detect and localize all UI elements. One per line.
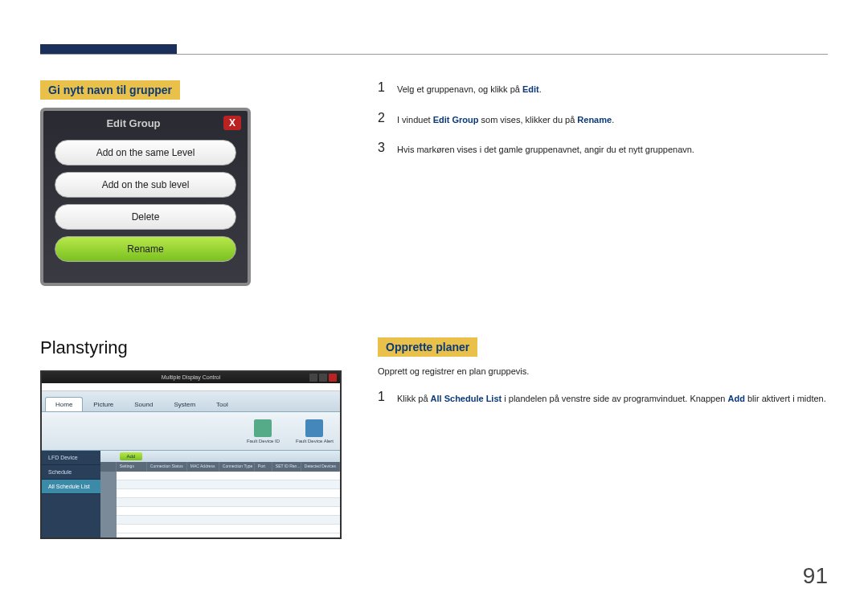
step-3: 3 Hvis markøren vises i det gamle gruppe… (378, 141, 828, 157)
sidebar-item-all-schedule[interactable]: All Schedule List (42, 480, 100, 494)
add-same-level-button[interactable]: Add on the same Level (55, 140, 236, 166)
maximize-icon[interactable] (319, 374, 327, 382)
tab-home[interactable]: Home (45, 397, 83, 411)
add-button[interactable]: Add (120, 452, 142, 460)
close-icon[interactable]: X (223, 116, 241, 130)
table-body (100, 472, 340, 537)
tab-tool[interactable]: Tool (206, 397, 239, 411)
edit-group-dialog: Edit Group X Add on the same Level Add o… (40, 108, 251, 286)
delete-button[interactable]: Delete (55, 204, 236, 230)
menu-tabs: Home Picture Sound System Tool (42, 391, 340, 412)
window-titlebar: Multiple Display Control (42, 372, 340, 383)
dialog-title: Edit Group (43, 117, 223, 129)
fault-device-alert-icon[interactable] (305, 419, 323, 437)
table-row (117, 525, 340, 533)
sidebar: LFD Device Schedule All Schedule List (42, 451, 100, 537)
table-row (117, 507, 340, 516)
rename-button[interactable]: Rename (55, 236, 236, 262)
add-sub-level-button[interactable]: Add on the sub level (55, 172, 236, 198)
rename-steps: 1 Velg et gruppenavn, og klikk på Edit. … (378, 80, 828, 157)
create-plans-heading: Opprette planer (378, 337, 477, 357)
table-row (117, 489, 340, 498)
create-steps: 1 Klikk på All Schedule List i plandelen… (378, 390, 828, 406)
create-plans-intro: Opprett og registrer en plan gruppevis. (378, 365, 828, 378)
header-accent-bar (40, 44, 177, 54)
table-row (117, 480, 340, 489)
step-2: 2 I vinduet Edit Group som vises, klikke… (378, 111, 828, 127)
step-1: 1 Velg et gruppenavn, og klikk på Edit. (378, 80, 828, 96)
dialog-titlebar: Edit Group X (43, 111, 248, 135)
close-window-icon[interactable] (329, 374, 337, 382)
table-row (117, 498, 340, 507)
plan-management-heading: Planstyring (40, 337, 346, 358)
page-number: 91 (803, 563, 828, 589)
table-row (117, 472, 340, 480)
schedule-app-screenshot: Multiple Display Control Home Picture So… (40, 370, 342, 539)
tab-sound[interactable]: Sound (124, 397, 163, 411)
ribbon: Fault Device ID Fault Device Alert (42, 412, 340, 451)
sidebar-item-schedule[interactable]: Schedule (42, 465, 100, 480)
minimize-icon[interactable] (309, 374, 317, 382)
rename-groups-heading: Gi nytt navn til grupper (40, 80, 180, 100)
table-header: Settings Connection Status MAC Address C… (100, 462, 340, 472)
file-bar (42, 383, 340, 391)
fault-device-id-icon[interactable] (254, 419, 272, 437)
create-step-1: 1 Klikk på All Schedule List i plandelen… (378, 390, 828, 406)
table-row (117, 516, 340, 525)
tab-picture[interactable]: Picture (83, 397, 124, 411)
sidebar-item-lfd[interactable]: LFD Device (42, 451, 100, 465)
header-divider (40, 54, 828, 55)
tab-system[interactable]: System (163, 397, 206, 411)
